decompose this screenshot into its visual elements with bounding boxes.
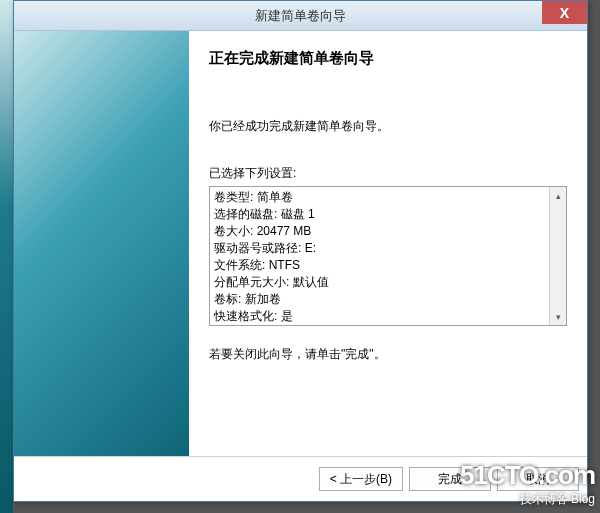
scroll-up-button[interactable]: ▴ (550, 187, 566, 204)
dialog-body: 正在完成新建简单卷向导 你已经成功完成新建简单卷向导。 已选择下列设置: 卷类型… (14, 31, 587, 456)
list-item[interactable]: 选择的磁盘: 磁盘 1 (214, 206, 545, 223)
scroll-down-button[interactable]: ▾ (550, 308, 566, 325)
close-icon: X (560, 5, 569, 21)
wizard-content: 正在完成新建简单卷向导 你已经成功完成新建简单卷向导。 已选择下列设置: 卷类型… (189, 31, 587, 456)
list-item[interactable]: 卷标: 新加卷 (214, 291, 545, 308)
button-bar: < 上一步(B) 完成 取消 (14, 456, 587, 501)
close-button[interactable]: X (542, 1, 587, 24)
title-bar[interactable]: 新建简单卷向导 X (14, 1, 587, 31)
wizard-side-banner (14, 31, 189, 456)
intro-text: 你已经成功完成新建简单卷向导。 (209, 118, 567, 135)
cancel-button[interactable]: 取消 (497, 467, 579, 491)
list-item[interactable]: 分配单元大小: 默认值 (214, 274, 545, 291)
finish-button[interactable]: 完成 (409, 467, 491, 491)
chevron-down-icon: ▾ (556, 312, 561, 322)
back-button[interactable]: < 上一步(B) (319, 467, 403, 491)
list-item[interactable]: 文件系统: NTFS (214, 257, 545, 274)
page-title: 正在完成新建简单卷向导 (209, 49, 567, 68)
settings-content: 卷类型: 简单卷 选择的磁盘: 磁盘 1 卷大小: 20477 MB 驱动器号或… (210, 187, 549, 325)
settings-listbox[interactable]: 卷类型: 简单卷 选择的磁盘: 磁盘 1 卷大小: 20477 MB 驱动器号或… (209, 186, 567, 326)
vertical-scrollbar[interactable]: ▴ ▾ (549, 187, 566, 325)
desktop-background-strip (0, 0, 13, 513)
wizard-dialog: 新建简单卷向导 X 正在完成新建简单卷向导 你已经成功完成新建简单卷向导。 已选… (13, 0, 588, 502)
list-item[interactable]: 卷大小: 20477 MB (214, 223, 545, 240)
finish-instruction: 若要关闭此向导，请单击"完成"。 (209, 346, 567, 363)
settings-label: 已选择下列设置: (209, 165, 567, 182)
window-title: 新建简单卷向导 (255, 7, 346, 25)
chevron-up-icon: ▴ (556, 191, 561, 201)
list-item[interactable]: 驱动器号或路径: E: (214, 240, 545, 257)
scroll-track[interactable] (550, 204, 566, 308)
list-item[interactable]: 快速格式化: 是 (214, 308, 545, 325)
list-item[interactable]: 卷类型: 简单卷 (214, 189, 545, 206)
